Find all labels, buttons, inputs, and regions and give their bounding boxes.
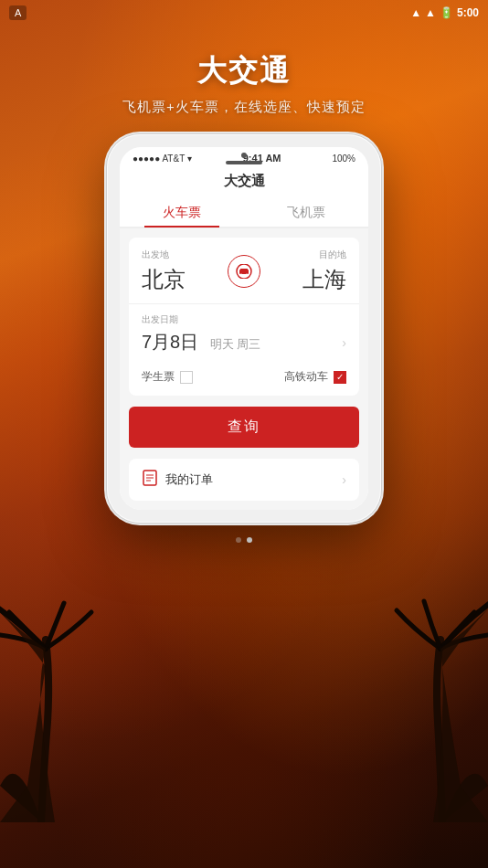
orders-row[interactable]: 我的订单 › bbox=[129, 459, 359, 501]
od-row: 出发地 北京 bbox=[129, 238, 359, 304]
phone-app-header: 大交通 火车票 飞机票 bbox=[120, 167, 368, 228]
phone-mockup: ●●●●● AT&T ▾ 9:41 AM 100% 大交通 火车票 飞机票 bbox=[107, 134, 381, 523]
dot-2[interactable] bbox=[247, 537, 252, 543]
tab-flight-label: 飞机票 bbox=[287, 205, 325, 219]
phone-top-elements bbox=[226, 153, 262, 164]
swap-icon bbox=[235, 264, 253, 279]
date-main: 7月8日 bbox=[142, 332, 198, 352]
origin-city[interactable]: 北京 bbox=[142, 265, 228, 294]
status-right: ▲ ▲ 🔋 5:00 bbox=[410, 6, 479, 19]
phone-screen: ●●●●● AT&T ▾ 9:41 AM 100% 大交通 火车票 飞机票 bbox=[120, 147, 368, 510]
orders-text: 我的订单 bbox=[165, 471, 213, 488]
tab-train-label: 火车票 bbox=[163, 205, 201, 219]
origin-section: 出发地 北京 bbox=[142, 249, 228, 294]
swap-button[interactable] bbox=[228, 255, 260, 288]
tab-flight[interactable]: 飞机票 bbox=[244, 197, 368, 227]
bottom-dots bbox=[236, 523, 252, 550]
orders-left: 我的订单 bbox=[142, 470, 213, 490]
status-bar: A ▲ ▲ 🔋 5:00 bbox=[0, 0, 488, 26]
date-value: 7月8日 明天 周三 bbox=[142, 330, 260, 355]
speaker-bar bbox=[226, 161, 262, 164]
svg-rect-2 bbox=[240, 269, 248, 270]
phone-carrier: ●●●●● AT&T ▾ bbox=[133, 153, 192, 164]
destination-city[interactable]: 上海 bbox=[260, 265, 346, 294]
svg-point-3 bbox=[240, 274, 242, 276]
main-content: 大交通 飞机票+火车票，在线选座、快速预定 ●●●●● AT&T ▾ 9:41 … bbox=[0, 26, 488, 868]
camera-dot bbox=[241, 153, 247, 158]
keyboard-indicator: A bbox=[9, 5, 27, 20]
app-title: 大交通 bbox=[122, 51, 366, 91]
options-row: 学生票 高铁动车 ✓ bbox=[129, 364, 359, 396]
phone-battery: 100% bbox=[332, 153, 355, 164]
orders-icon bbox=[142, 470, 158, 490]
signal-icon: ▲ bbox=[425, 6, 436, 19]
date-sub: 明天 周三 bbox=[210, 337, 261, 351]
search-button[interactable]: 查询 bbox=[129, 407, 359, 448]
phone-app-name: 大交通 bbox=[120, 173, 368, 190]
date-label: 出发日期 bbox=[142, 313, 346, 326]
student-ticket-checkbox[interactable] bbox=[180, 371, 193, 384]
destination-section: 目的地 上海 bbox=[260, 249, 346, 294]
high-speed-checkbox[interactable]: ✓ bbox=[334, 371, 346, 384]
dot-1[interactable] bbox=[236, 537, 241, 543]
battery-icon: 🔋 bbox=[440, 6, 453, 19]
app-subtitle: 飞机票+火车票，在线选座、快速预定 bbox=[122, 99, 366, 116]
phone-tabs: 火车票 飞机票 bbox=[120, 197, 368, 228]
phone-body: 出发地 北京 bbox=[120, 228, 368, 510]
high-speed-label: 高铁动车 bbox=[284, 369, 328, 385]
date-arrow-icon: › bbox=[342, 335, 346, 350]
od-card: 出发地 北京 bbox=[129, 238, 359, 396]
student-ticket-option[interactable]: 学生票 bbox=[142, 369, 193, 385]
date-line: 7月8日 明天 周三 › bbox=[142, 330, 346, 355]
wifi-icon: ▲ bbox=[410, 6, 421, 19]
origin-label: 出发地 bbox=[142, 249, 228, 261]
date-row[interactable]: 出发日期 7月8日 明天 周三 › bbox=[129, 304, 359, 364]
destination-label: 目的地 bbox=[260, 249, 346, 261]
tab-train[interactable]: 火车票 bbox=[120, 197, 244, 227]
time-display: 5:00 bbox=[457, 6, 479, 19]
orders-arrow-icon: › bbox=[342, 472, 346, 487]
document-icon bbox=[142, 470, 158, 486]
svg-point-4 bbox=[246, 274, 248, 276]
student-ticket-label: 学生票 bbox=[142, 369, 175, 385]
high-speed-option[interactable]: 高铁动车 ✓ bbox=[284, 369, 346, 385]
app-title-section: 大交通 飞机票+火车票，在线选座、快速预定 bbox=[104, 26, 384, 134]
